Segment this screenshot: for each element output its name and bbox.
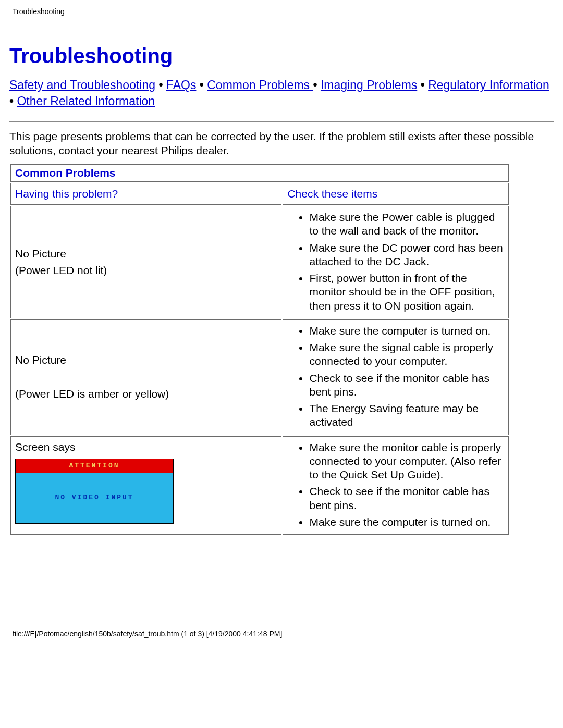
attention-box: ATTENTION NO VIDEO INPUT bbox=[15, 459, 174, 523]
table-section-row: Common Problems bbox=[10, 164, 509, 182]
list-item: Make sure the computer is turned on. bbox=[309, 324, 504, 338]
nav-sep: • bbox=[9, 94, 17, 108]
page-footer-path: file:///E|/Potomac/english/150b/safety/s… bbox=[13, 630, 554, 638]
nav-sep: • bbox=[196, 78, 207, 92]
problem-cell: Screen says ATTENTION NO VIDEO INPUT bbox=[10, 436, 282, 535]
list-item: Make sure the signal cable is properly c… bbox=[309, 341, 504, 368]
nav-link-common[interactable]: Common Problems bbox=[207, 78, 313, 92]
col1-header: Having this problem? bbox=[10, 183, 282, 205]
table-row: No Picture (Power LED not lit) Make sure… bbox=[10, 206, 509, 318]
check-cell: Make sure the Power cable is plugged to … bbox=[283, 206, 509, 318]
list-item: Make sure the computer is turned on. bbox=[309, 515, 504, 529]
breadcrumb-nav: Safety and Troubleshooting • FAQs • Comm… bbox=[9, 77, 554, 109]
attention-body: NO VIDEO INPUT bbox=[16, 473, 173, 523]
check-cell: Make sure the computer is turned on. Mak… bbox=[283, 319, 509, 435]
list-item: First, power button in front of the moni… bbox=[309, 272, 504, 313]
table-row: Screen says ATTENTION NO VIDEO INPUT Mak… bbox=[10, 436, 509, 535]
page-title: Troubleshooting bbox=[9, 44, 554, 68]
nav-sep: • bbox=[313, 78, 320, 92]
check-list: Make sure the Power cable is plugged to … bbox=[287, 211, 504, 313]
nav-link-other[interactable]: Other Related Information bbox=[17, 94, 155, 108]
intro-paragraph: This page presents problems that can be … bbox=[9, 129, 554, 158]
nav-link-safety[interactable]: Safety and Troubleshooting bbox=[9, 78, 155, 92]
nav-sep: • bbox=[417, 78, 428, 92]
section-divider bbox=[9, 121, 554, 122]
section-title-cell: Common Problems bbox=[10, 164, 509, 182]
problem-line2: (Power LED not lit) bbox=[15, 264, 107, 276]
nav-link-faqs[interactable]: FAQs bbox=[166, 78, 197, 92]
problem-line1: No Picture bbox=[15, 354, 66, 366]
problem-cell: No Picture (Power LED is amber or yellow… bbox=[10, 319, 282, 435]
list-item: Check to see if the monitor cable has be… bbox=[309, 485, 504, 512]
list-item: Make sure the DC power cord has been att… bbox=[309, 241, 504, 269]
nav-sep: • bbox=[155, 78, 166, 92]
table-row: No Picture (Power LED is amber or yellow… bbox=[10, 319, 509, 435]
problem-line2: (Power LED is amber or yellow) bbox=[15, 388, 169, 400]
list-item: Check to see if the monitor cable has be… bbox=[309, 372, 504, 399]
problem-line1: Screen says bbox=[15, 441, 76, 453]
page-header-label: Troubleshooting bbox=[13, 7, 554, 16]
list-item: Make sure the Power cable is plugged to … bbox=[309, 211, 504, 238]
list-item: The Energy Saving feature may be activat… bbox=[309, 402, 504, 429]
nav-link-imaging[interactable]: Imaging Problems bbox=[321, 78, 417, 92]
table-header-row: Having this problem? Check these items bbox=[10, 183, 509, 205]
list-item: Make sure the monitor cable is properly … bbox=[309, 441, 504, 482]
problem-line1: No Picture bbox=[15, 248, 66, 260]
troubleshooting-table: Common Problems Having this problem? Che… bbox=[9, 163, 510, 536]
col2-header: Check these items bbox=[283, 183, 509, 205]
nav-link-regulatory[interactable]: Regulatory Information bbox=[428, 78, 549, 92]
problem-cell: No Picture (Power LED not lit) bbox=[10, 206, 282, 318]
check-list: Make sure the computer is turned on. Mak… bbox=[287, 324, 504, 429]
attention-header: ATTENTION bbox=[16, 459, 173, 473]
check-cell: Make sure the monitor cable is properly … bbox=[283, 436, 509, 535]
check-list: Make sure the monitor cable is properly … bbox=[287, 441, 504, 529]
